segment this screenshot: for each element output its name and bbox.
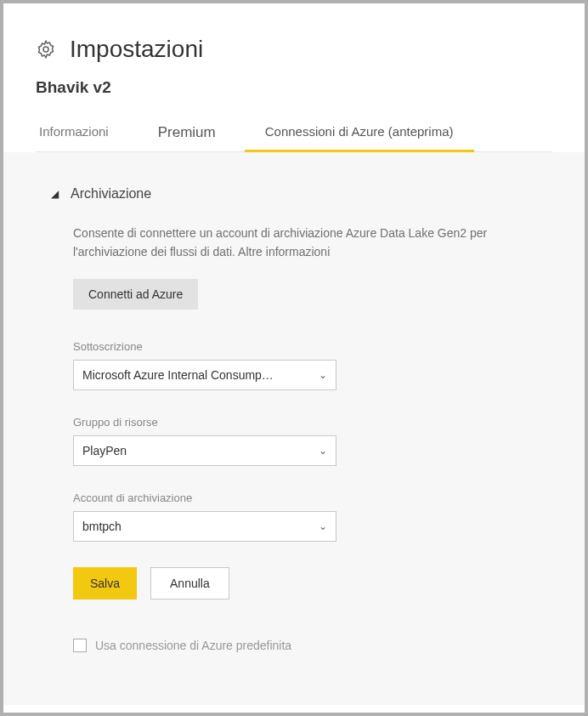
content-area: ◢ Archiviazione Consente di connettere u… <box>3 152 585 705</box>
more-info-link[interactable]: Altre informazioni <box>238 245 330 259</box>
storage-account-value: bmtpch <box>82 520 122 533</box>
tab-azure-connections[interactable]: Connessioni di Azure (anteprima) <box>262 117 457 151</box>
subscription-value: Microsoft Azure Internal Consump… <box>82 368 274 382</box>
subscription-label: Sottoscrizione <box>73 340 537 353</box>
resource-group-label: Gruppo di risorse <box>73 416 537 429</box>
connect-azure-button[interactable]: Connetti ad Azure <box>73 279 198 310</box>
resource-group-select[interactable]: PlayPen ⌄ <box>73 435 336 466</box>
storage-account-select[interactable]: bmtpch ⌄ <box>73 511 336 542</box>
tab-informazioni[interactable]: Informazioni <box>36 117 112 151</box>
svg-point-0 <box>43 47 48 52</box>
default-connection-label: Usa connessione di Azure predefinita <box>95 639 291 652</box>
collapse-icon: ◢ <box>51 188 59 200</box>
gear-icon <box>36 39 56 60</box>
tab-premium[interactable]: Premium <box>155 117 219 151</box>
storage-account-label: Account di archiviazione <box>73 492 537 504</box>
chevron-down-icon: ⌄ <box>319 520 327 532</box>
section-header-storage[interactable]: ◢ Archiviazione <box>51 186 537 202</box>
page-title: Impostazioni <box>70 36 203 63</box>
subscription-select[interactable]: Microsoft Azure Internal Consump… ⌄ <box>73 360 336 390</box>
cancel-button[interactable]: Annulla <box>150 567 229 600</box>
save-button[interactable]: Salva <box>73 567 137 600</box>
tab-bar: Informazioni Premium Connessioni di Azur… <box>36 117 552 152</box>
description-line1: Consente di connettere un account di arc… <box>73 226 487 240</box>
page-header: Impostazioni <box>36 36 552 63</box>
section-title: Archiviazione <box>71 186 151 202</box>
chevron-down-icon: ⌄ <box>319 445 327 457</box>
storage-description: Consente di connettere un account di arc… <box>73 224 537 262</box>
resource-group-value: PlayPen <box>82 444 127 457</box>
chevron-down-icon: ⌄ <box>319 369 327 381</box>
description-line2: l'archiviazione dei flussi di dati. <box>73 245 238 259</box>
page-subtitle: Bhavik v2 <box>36 78 552 97</box>
default-connection-checkbox[interactable] <box>73 639 87 652</box>
